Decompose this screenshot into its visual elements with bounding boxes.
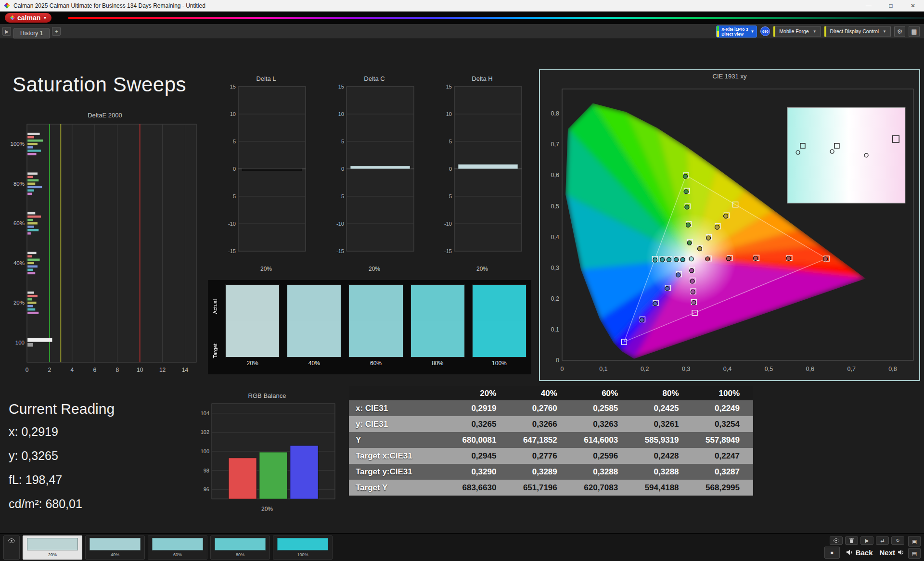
delta-bar <box>350 166 410 169</box>
reading-x: x: 0,2919 <box>9 425 115 439</box>
swatch-60%: 60% <box>348 284 403 372</box>
axis-label: -5 <box>339 193 344 199</box>
target-swatch <box>411 321 464 357</box>
table-row: Y680,0081647,1852614,6003585,9319557,894… <box>349 432 753 448</box>
axis-label: 0 <box>233 166 236 172</box>
deltae-bar <box>27 268 33 271</box>
panel-layout-button[interactable]: ▤ <box>909 26 920 37</box>
axis-label: 14 <box>182 367 189 373</box>
play-button[interactable]: ▶ <box>860 536 873 545</box>
refresh-button[interactable]: ↻ <box>891 536 904 545</box>
preview-eye-button[interactable] <box>830 536 843 545</box>
delta-h-xlabel: 20% <box>439 266 526 272</box>
swatch-100%: 100% <box>472 284 526 372</box>
axis-label: 104 <box>201 410 209 416</box>
deltae-bar <box>27 265 38 268</box>
row-label: y: CIE31 <box>349 416 449 432</box>
axis-label: -15 <box>336 248 344 254</box>
deltae-bar <box>27 295 38 297</box>
bottom-swatch-20%[interactable]: 20% <box>23 536 82 560</box>
axis-label: 6 <box>93 367 96 373</box>
cie-measured-point <box>692 301 696 305</box>
stop-button[interactable]: ■ <box>824 547 840 559</box>
nav-row: ■ Back Next <box>824 547 904 559</box>
add-tab-button[interactable]: + <box>52 27 61 36</box>
target-swatch <box>473 321 526 357</box>
deltae-bar <box>27 258 40 261</box>
bottom-swatch-100%[interactable]: 100% <box>273 536 333 560</box>
display-control-button[interactable]: Direct Display Control ▼ <box>824 26 891 37</box>
shuffle-button[interactable]: ⇄ <box>876 536 889 545</box>
cie-measured-point <box>786 256 791 260</box>
deltae-bar <box>27 219 33 221</box>
close-button[interactable]: ✕ <box>902 0 924 11</box>
table-header-cell: 20% <box>449 386 510 400</box>
table-cell: 557,8949 <box>693 432 753 448</box>
measurement-table-wrap: 20%40%60%80%100%x: CIE310,29190,27600,25… <box>349 386 753 496</box>
meter-select-button[interactable]: X-Rite i1Pro 3 Direct View ▼ <box>716 26 757 38</box>
layout-panel-button[interactable]: ▤ <box>908 548 921 559</box>
axis-label: 0,1 <box>551 326 559 333</box>
deltae-bar <box>27 338 52 342</box>
minimize-button[interactable]: — <box>858 0 880 11</box>
settings-gear-button[interactable]: ⚙ <box>894 26 905 37</box>
display-control-label: Direct Display Control <box>830 28 879 34</box>
axis-label: 0,4 <box>551 234 559 241</box>
deltae-bar <box>27 212 35 215</box>
maximize-button[interactable]: □ <box>880 0 902 11</box>
swatch-color <box>215 538 266 550</box>
bottom-swatch-60%[interactable]: 60% <box>148 536 207 560</box>
delete-measurement-button[interactable] <box>845 536 858 545</box>
table-cell: 0,3261 <box>631 416 692 432</box>
axis-label: 10 <box>446 111 452 117</box>
swatch-label: 20% <box>225 360 280 367</box>
pattern-preview-tile[interactable] <box>3 536 20 560</box>
table-header-cell <box>349 386 449 400</box>
deltae-bar <box>27 298 32 301</box>
row-label: Y <box>349 432 449 448</box>
calman-logo-menu[interactable]: calman ▾ <box>5 13 51 23</box>
titlebar: Calman 2025 Calman Ultimate for Business… <box>0 0 924 12</box>
expand-panel-button[interactable]: ▶ <box>2 27 11 36</box>
deltae-bar <box>27 222 38 225</box>
bottom-swatch-40%[interactable]: 40% <box>85 536 145 560</box>
swatch-label: 100% <box>472 360 526 367</box>
back-button[interactable]: Back <box>847 548 873 557</box>
toolbar: ▶ History 1 + X-Rite i1Pro 3 Direct View… <box>0 24 924 39</box>
target-swatch <box>287 321 341 357</box>
table-cell: 0,3254 <box>693 416 753 432</box>
axis-label: 0,6 <box>806 366 814 372</box>
bottom-swatch-80%[interactable]: 80% <box>210 536 270 560</box>
source-select-button[interactable]: Mobile Forge ▼ <box>773 26 821 37</box>
deltae-bar <box>27 229 38 231</box>
swatch-80%: 80% <box>411 284 465 372</box>
axis-label: 0 <box>556 357 559 364</box>
actual-swatch <box>473 285 526 321</box>
cie-title: CIE 1931 xy <box>540 73 919 80</box>
cie-measured-point <box>667 257 671 262</box>
next-button[interactable]: Next <box>879 548 904 557</box>
tab-history-1[interactable]: History 1 <box>13 28 50 38</box>
cie-chart-canvas: 00,10,20,30,40,50,60,70,800,10,20,30,40,… <box>540 81 918 376</box>
deltae-bar <box>27 262 34 264</box>
plot-area <box>27 124 196 362</box>
cie-measured-point <box>753 256 757 260</box>
axis-label: 0 <box>26 367 29 373</box>
axis-label: -15 <box>228 248 236 254</box>
deltae-bar <box>27 302 37 304</box>
delta-c-title: Delta C <box>331 75 418 82</box>
deltae-bar <box>27 192 32 195</box>
axis-label: 96 <box>204 486 209 492</box>
table-cell: 0,2596 <box>571 448 631 464</box>
swatch-label: 20% <box>48 552 57 557</box>
trash-icon <box>849 538 854 543</box>
axis-label: 0,1 <box>599 366 607 372</box>
bottom-side-buttons: ▣ ▤ <box>908 536 921 559</box>
deltae-bar <box>27 179 38 181</box>
logo-bar: calman ▾ <box>0 12 924 24</box>
swatch-20%: 20% <box>225 284 280 372</box>
display-panel-button[interactable]: ▣ <box>908 536 921 547</box>
cie-measured-point <box>653 258 657 262</box>
swatch-label: 40% <box>111 552 119 557</box>
delta-l-canvas: -15-10-5051015 <box>223 84 309 263</box>
